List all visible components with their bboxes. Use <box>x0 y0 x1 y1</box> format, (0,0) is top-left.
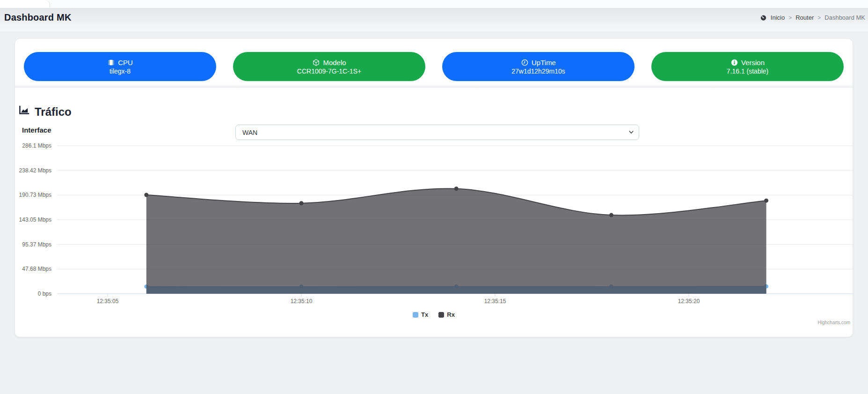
x-axis-tick-label: 12:35:10 <box>291 298 313 305</box>
legend-item-rx[interactable]: Rx <box>438 311 455 318</box>
chart-legend: TxRx <box>15 311 853 318</box>
status-card-cpu[interactable]: CPUtilegx-8 <box>24 52 216 81</box>
highcharts-credit[interactable]: Highcharts.com <box>818 320 850 325</box>
status-card-version[interactable]: Version7.16.1 (stable) <box>651 52 844 81</box>
top-strip <box>0 0 868 8</box>
clock-icon <box>521 59 529 67</box>
microchip-icon <box>107 59 115 67</box>
area-chart-icon <box>18 104 30 119</box>
legend-swatch <box>413 312 418 318</box>
y-axis-tick-label: 47.68 Mbps <box>22 266 51 272</box>
rx-data-point[interactable] <box>454 186 459 191</box>
interface-label: Interface <box>22 126 51 134</box>
legend-label: Tx <box>421 311 428 318</box>
rx-area <box>146 188 766 294</box>
section-title-text: Tráfico <box>35 105 72 119</box>
y-axis-tick-label: 286.1 Mbps <box>22 142 51 149</box>
breadcrumb-separator: > <box>817 15 821 21</box>
x-axis-tick-label: 12:35:15 <box>484 298 506 305</box>
y-axis-tick-label: 238.42 Mbps <box>19 167 51 174</box>
legend-swatch <box>438 312 444 318</box>
breadcrumb-item-dashboard-mk: Dashboard MK <box>824 14 865 21</box>
page-header: Dashboard MK Inicio>Router>Dashboard MK <box>0 8 868 31</box>
status-card-label: Version <box>741 59 765 67</box>
gauge-icon <box>760 14 767 21</box>
status-card-value: 27w1d12h29m10s <box>511 67 565 75</box>
rx-data-point[interactable] <box>299 201 304 205</box>
breadcrumb-item-inicio[interactable]: Inicio <box>771 14 785 21</box>
page-title: Dashboard MK <box>4 12 72 23</box>
y-axis-tick-label: 190.73 Mbps <box>19 192 51 198</box>
legend-label: Rx <box>447 311 455 318</box>
status-card-value: tilegx-8 <box>109 67 131 75</box>
status-card-uptime[interactable]: UpTime27w1d12h29m10s <box>442 52 635 81</box>
y-axis-tick-label: 95.37 Mbps <box>22 241 51 248</box>
traffic-chart-svg: 286.1 Mbps238.42 Mbps190.73 Mbps143.05 M… <box>15 138 853 308</box>
traffic-chart: 286.1 Mbps238.42 Mbps190.73 Mbps143.05 M… <box>15 138 853 331</box>
breadcrumb-item-router[interactable]: Router <box>795 14 814 21</box>
rx-data-point[interactable] <box>764 199 768 203</box>
breadcrumb-separator: > <box>788 15 792 21</box>
breadcrumb: Inicio>Router>Dashboard MK <box>760 14 865 21</box>
rx-data-point[interactable] <box>144 193 148 197</box>
status-cards: CPUtilegx-8ModeloCCR1009-7G-1C-1S+UpTime… <box>24 52 844 81</box>
status-card-label: UpTime <box>532 59 556 67</box>
cube-icon <box>312 59 320 67</box>
y-axis-tick-label: 0 bps <box>38 290 51 297</box>
y-axis-tick-label: 143.05 Mbps <box>19 216 51 223</box>
traffic-section-title: Tráfico <box>18 104 72 119</box>
status-cards-divider <box>15 84 853 88</box>
rx-data-point[interactable] <box>609 213 613 217</box>
status-card-value: 7.16.1 (stable) <box>727 67 769 75</box>
info-icon <box>730 59 738 67</box>
dashboard-card: CPUtilegx-8ModeloCCR1009-7G-1C-1S+UpTime… <box>15 39 853 337</box>
browser-tab-remnant <box>0 0 50 7</box>
status-card-value: CCR1009-7G-1C-1S+ <box>297 67 361 75</box>
x-axis-tick-label: 12:35:20 <box>678 298 700 305</box>
status-card-modelo[interactable]: ModeloCCR1009-7G-1C-1S+ <box>233 52 425 81</box>
status-card-label: Modelo <box>323 59 346 67</box>
legend-item-tx[interactable]: Tx <box>413 311 428 318</box>
x-axis-tick-label: 12:35:05 <box>97 298 119 305</box>
status-card-label: CPU <box>118 59 133 67</box>
